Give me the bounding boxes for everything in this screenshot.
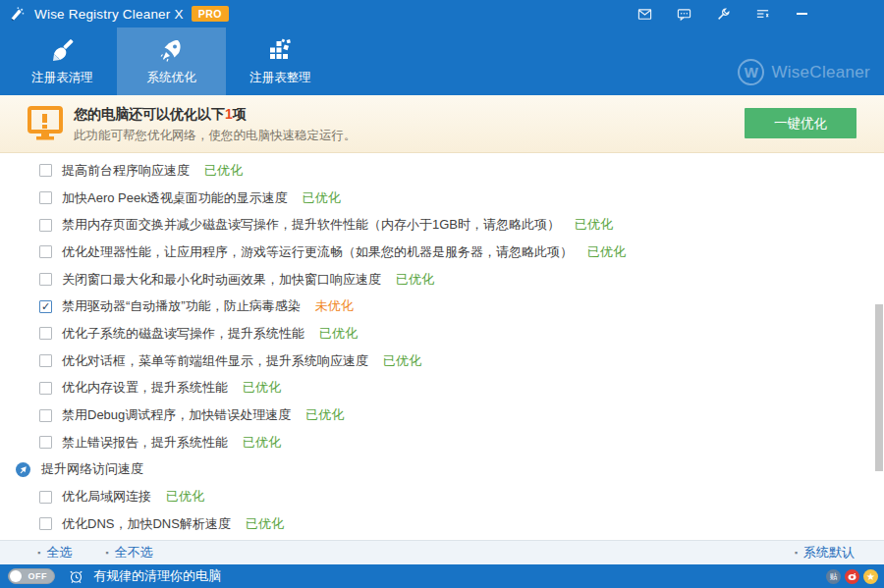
system-default-label: 系统默认 xyxy=(803,544,855,561)
list-item[interactable]: 优化内存设置，提升系统性能 已优化 xyxy=(0,375,884,402)
wisecleaner-logo-text: WiseCleaner xyxy=(771,63,870,82)
item-checkbox[interactable] xyxy=(39,517,52,530)
item-checkbox[interactable] xyxy=(39,164,52,177)
list-item[interactable]: 禁用内存页面交换并减少磁盘读写操作，提升软件性能（内存小于1GB时，请忽略此项）… xyxy=(0,211,884,239)
item-status: 已优化 xyxy=(166,488,204,506)
item-status: 已优化 xyxy=(246,515,284,533)
item-status: 已优化 xyxy=(243,434,281,452)
list-item[interactable]: ✓ 禁用驱动器“自动播放”功能，防止病毒感染 未优化 xyxy=(0,293,884,320)
bullet-icon: ▪ xyxy=(795,548,798,558)
item-status: 已优化 xyxy=(305,406,344,424)
list-item[interactable]: 提高前台程序响应速度 已优化 xyxy=(0,157,884,185)
tab-registry-defrag[interactable]: 注册表整理 xyxy=(226,27,335,95)
feedback-icon[interactable] xyxy=(664,0,703,27)
item-checkbox[interactable] xyxy=(39,436,52,449)
item-label: 禁用内存页面交换并减少磁盘读写操作，提升软件性能（内存小于1GB时，请忽略此项） xyxy=(62,216,560,234)
select-none-label: 全不选 xyxy=(114,544,152,561)
alarm-clock-icon xyxy=(69,569,83,584)
item-label: 优化内存设置，提升系统性能 xyxy=(62,379,228,397)
item-label: 优化DNS，加快DNS解析速度 xyxy=(62,515,231,533)
pro-badge: PRO xyxy=(192,6,229,22)
system-default-link[interactable]: ▪ 系统默认 xyxy=(795,544,855,561)
bullet-icon: ▪ xyxy=(37,548,40,558)
item-label: 优化对话框，菜单等前端组件显示，提升系统响应速度 xyxy=(62,352,368,370)
tab-label: 注册表整理 xyxy=(249,70,311,86)
banner-title: 您的电脑还可以优化以下1项 xyxy=(74,106,247,124)
item-checkbox[interactable] xyxy=(39,491,52,504)
tab-label: 系统优化 xyxy=(147,70,196,86)
bullet-icon: ▪ xyxy=(105,548,108,558)
titlebar: Wise Registry Cleaner X PRO xyxy=(0,0,884,27)
menu-icon[interactable] xyxy=(743,0,782,27)
list-item[interactable]: 优化局域网连接 已优化 xyxy=(0,483,884,510)
tieba-icon[interactable]: 贴 xyxy=(826,569,841,584)
titlebar-icons xyxy=(625,0,884,27)
item-status: 未优化 xyxy=(315,297,354,315)
item-checkbox[interactable] xyxy=(39,327,52,340)
item-checkbox[interactable] xyxy=(39,354,52,367)
select-all-link[interactable]: ▪ 全选 xyxy=(37,544,72,561)
banner-title-suffix: 项 xyxy=(233,106,247,122)
star-icon[interactable]: ★ xyxy=(863,569,878,584)
item-status: 已优化 xyxy=(303,189,341,207)
banner-title-prefix: 您的电脑还可以优化以下 xyxy=(74,106,225,122)
optimization-list: 提高前台程序响应速度 已优化 加快Aero Peek透视桌面功能的显示速度 已优… xyxy=(0,153,884,540)
item-status: 已优化 xyxy=(575,216,613,234)
mail-icon[interactable] xyxy=(625,0,664,27)
tools-icon[interactable] xyxy=(703,0,743,27)
item-checkbox[interactable] xyxy=(39,273,52,286)
defrag-blocks-icon xyxy=(266,35,296,65)
optimization-banner: 您的电脑还可以优化以下1项 此功能可帮您优化网络，使您的电脑快速稳定运行。 一键… xyxy=(0,95,884,153)
vertical-scrollbar-thumb[interactable] xyxy=(875,304,883,471)
item-label: 禁用Debug调试程序，加快错误处理速度 xyxy=(62,406,291,424)
nav-bar: 注册表清理 系统优化 xyxy=(0,27,884,95)
list-item[interactable]: 禁止错误报告，提升系统性能 已优化 xyxy=(0,429,884,456)
wisecleaner-logo: W WiseCleaner xyxy=(738,59,870,85)
list-item[interactable]: 关闭窗口最大化和最小化时动画效果，加快窗口响应速度 已优化 xyxy=(0,266,884,294)
item-checkbox[interactable] xyxy=(39,191,52,204)
item-label: 关闭窗口最大化和最小化时动画效果，加快窗口响应速度 xyxy=(62,271,381,289)
item-checkbox[interactable]: ✓ xyxy=(39,300,52,313)
item-status: 已优化 xyxy=(587,243,626,261)
broom-icon xyxy=(48,35,78,65)
item-checkbox[interactable] xyxy=(39,245,52,258)
item-label: 优化子系统的磁盘读写操作，提升系统性能 xyxy=(62,325,304,343)
banner-subtitle: 此功能可帮您优化网络，使您的电脑快速稳定运行。 xyxy=(74,128,357,144)
rocket-icon xyxy=(157,35,187,65)
select-all-label: 全选 xyxy=(46,544,72,561)
toggle-state-label: OFF xyxy=(28,571,48,581)
item-status: 已优化 xyxy=(396,271,434,289)
item-checkbox[interactable] xyxy=(39,219,52,232)
list-item[interactable]: 优化处理器性能，让应用程序，游戏等运行更流畅（如果您的机器是服务器，请忽略此项）… xyxy=(0,239,884,266)
list-item[interactable]: 禁用Debug调试程序，加快错误处理速度 已优化 xyxy=(0,401,884,429)
wisecleaner-logo-mark: W xyxy=(738,59,764,85)
tab-label: 注册表清理 xyxy=(31,70,93,86)
list-item[interactable]: 加快Aero Peek透视桌面功能的显示速度 已优化 xyxy=(0,185,884,212)
banner-count: 1 xyxy=(225,106,233,122)
item-label: 加快Aero Peek透视桌面功能的显示速度 xyxy=(62,189,288,207)
schedule-toggle[interactable]: OFF xyxy=(8,568,55,584)
list-item[interactable]: 优化DNS，加快DNS解析速度 已优化 xyxy=(0,510,884,538)
item-label: 优化局域网连接 xyxy=(62,488,151,506)
item-status: 已优化 xyxy=(319,325,358,343)
item-status: 已优化 xyxy=(204,162,243,180)
tab-registry-cleaner[interactable]: 注册表清理 xyxy=(8,27,117,95)
speedup-arrow-icon xyxy=(16,462,30,477)
weibo-icon[interactable] xyxy=(845,569,859,584)
item-label: 禁止错误报告，提升系统性能 xyxy=(62,434,228,452)
item-checkbox[interactable] xyxy=(39,382,52,395)
statusbar: OFF 有规律的清理你的电脑 贴 ★ xyxy=(0,564,884,588)
tab-system-tuneup[interactable]: 系统优化 xyxy=(117,27,226,95)
list-section-header[interactable]: 提升网络访问速度 xyxy=(0,456,884,484)
minimize-icon[interactable] xyxy=(782,0,821,27)
section-label: 提升网络访问速度 xyxy=(41,460,143,478)
item-status: 已优化 xyxy=(243,379,281,397)
selection-footer: ▪ 全选 ▪ 全不选 ▪ 系统默认 xyxy=(0,540,884,564)
item-label: 优化处理器性能，让应用程序，游戏等运行更流畅（如果您的机器是服务器，请忽略此项） xyxy=(62,243,573,261)
select-none-link[interactable]: ▪ 全不选 xyxy=(105,544,152,561)
one-click-optimize-button[interactable]: 一键优化 xyxy=(745,108,856,138)
list-item[interactable]: 优化子系统的磁盘读写操作，提升系统性能 已优化 xyxy=(0,320,884,347)
monitor-alert-icon xyxy=(27,105,64,142)
item-checkbox[interactable] xyxy=(39,409,52,422)
list-item[interactable]: 优化对话框，菜单等前端组件显示，提升系统响应速度 已优化 xyxy=(0,347,884,375)
